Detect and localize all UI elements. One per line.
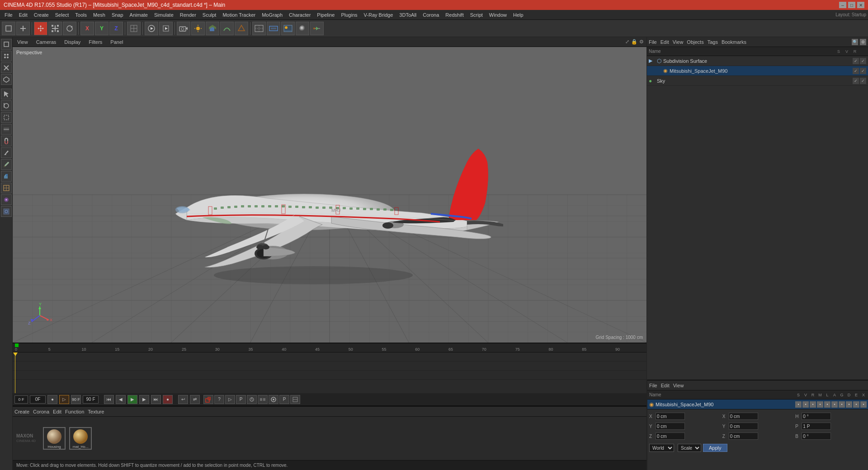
menu-pipeline[interactable]: Pipeline (314, 11, 337, 19)
menu-script[interactable]: Script (467, 11, 486, 19)
attr-x-pos-input[interactable] (656, 413, 685, 420)
attr-flag-g[interactable]: • (839, 401, 845, 408)
attr-h-rot-input[interactable] (802, 413, 831, 420)
obj-menu-tags[interactable]: Tags (708, 39, 718, 45)
obj-sky-vis-render[interactable]: ✓ (860, 78, 866, 84)
attr-flag-v[interactable]: • (802, 401, 809, 408)
attr-z-size-input[interactable] (729, 432, 758, 440)
obj-settings-icon[interactable]: ⚙ (860, 39, 866, 45)
viewport-menu-cameras[interactable]: Cameras (34, 38, 58, 46)
attr-y-size-input[interactable] (729, 423, 758, 430)
attr-x-size-input[interactable] (729, 413, 758, 420)
tl-help-btn[interactable]: ? (214, 395, 224, 404)
tl-keyframe-btn[interactable]: ● (47, 395, 57, 404)
menu-edit[interactable]: Edit (16, 11, 30, 19)
obj-menu-bookmarks[interactable]: Bookmarks (722, 39, 746, 45)
toolbar-scene-btn[interactable] (281, 22, 295, 35)
obj-sky-vis-editor[interactable]: ✓ (853, 78, 859, 84)
toolbar-render-active[interactable] (145, 22, 158, 35)
attr-scale-dropdown[interactable]: Scale (678, 444, 701, 452)
left-btn-points[interactable] (1, 51, 12, 61)
attr-menu-file[interactable]: File (649, 383, 657, 388)
maximize-button[interactable]: □ (848, 2, 855, 8)
attr-flag-d[interactable]: • (846, 401, 852, 408)
left-btn-liveselect[interactable] (1, 100, 12, 111)
toolbar-camera-btn[interactable] (177, 22, 190, 35)
attr-z-pos-input[interactable] (656, 432, 685, 440)
viewport-menu-filters[interactable]: Filters (87, 38, 104, 46)
tl-extra-btn4[interactable]: P (279, 395, 289, 404)
attr-selected-row[interactable]: ◉ Mitsubishi_SpaceJet_M90 • • • • • • • … (647, 400, 868, 409)
tl-loop-btn[interactable]: ↩ (178, 395, 188, 404)
timeline-tracks[interactable] (13, 352, 646, 393)
toolbar-scale-tool[interactable] (48, 22, 62, 35)
left-btn-setpoint[interactable] (1, 194, 12, 205)
tl-bounce-btn[interactable]: ⇌ (190, 395, 200, 404)
attr-flag-r[interactable]: • (810, 401, 816, 408)
toolbar-x-axis[interactable]: X (80, 22, 94, 35)
obj-subdiv-vis-editor[interactable]: ✓ (853, 58, 859, 64)
left-btn-knife[interactable] (1, 147, 12, 158)
tl-extra-btn3[interactable] (269, 395, 278, 404)
minimize-button[interactable]: – (839, 2, 846, 8)
tl-next-frame[interactable]: ▶ (139, 395, 149, 404)
toolbar-nurbs-btn[interactable] (220, 22, 234, 35)
left-btn-poly-edit[interactable] (1, 206, 12, 217)
viewport-maximize[interactable]: ⤢ (625, 39, 629, 45)
toolbar-render-region[interactable] (159, 22, 173, 35)
menu-redshift[interactable]: Redshift (443, 11, 466, 19)
left-btn-rectselect[interactable] (1, 112, 12, 123)
toolbar-primitives-btn[interactable] (206, 22, 219, 35)
obj-spacejet[interactable]: ◉ Mitsubishi_SpaceJet_M90 ✓ ✓ (647, 66, 868, 76)
obj-sky[interactable]: ● Sky ✓ ✓ (647, 76, 868, 86)
menu-motion-tracker[interactable]: Motion Tracker (220, 11, 258, 19)
tl-extra-btn5[interactable] (290, 395, 300, 404)
obj-search-icon[interactable]: 🔍 (852, 39, 858, 45)
attr-y-pos-input[interactable] (656, 423, 685, 430)
left-btn-magnet[interactable] (1, 136, 12, 146)
left-btn-edges[interactable] (1, 62, 12, 73)
attr-world-dropdown[interactable]: World Object (649, 444, 674, 452)
toolbar-add-mode[interactable] (16, 22, 30, 35)
obj-menu-edit[interactable]: Edit (660, 39, 669, 45)
left-btn-extrude[interactable] (1, 171, 12, 182)
material-housing[interactable]: Housing (43, 427, 66, 450)
obj-spacejet-vis-editor[interactable]: ✓ (853, 68, 859, 74)
menu-vray[interactable]: V-Ray Bridge (361, 11, 396, 19)
menu-render[interactable]: Render (177, 11, 199, 19)
menu-sculpt[interactable]: Sculpt (200, 11, 219, 19)
obj-subdiv-vis-render[interactable]: ✓ (860, 58, 866, 64)
toolbar-lights-btn[interactable] (191, 22, 205, 35)
menu-tools[interactable]: Tools (72, 11, 90, 19)
menu-mograph[interactable]: MoGraph (259, 11, 285, 19)
toolbar-animation-btn[interactable] (310, 22, 324, 35)
toolbar-z-axis[interactable]: Z (109, 22, 123, 35)
toolbar-coord[interactable] (127, 22, 141, 35)
left-btn-subdivide[interactable] (1, 183, 12, 193)
tl-pos-btn[interactable]: P (236, 395, 246, 404)
attr-apply-button[interactable]: Apply (703, 444, 727, 452)
attr-menu-view[interactable]: View (673, 383, 684, 388)
attr-menu-edit[interactable]: Edit (661, 383, 670, 388)
attr-flag-l[interactable]: • (824, 401, 830, 408)
frame-input[interactable] (30, 395, 46, 404)
tl-extra-btn1[interactable] (247, 395, 257, 404)
attr-flag-x[interactable]: • (860, 401, 867, 408)
left-btn-brush[interactable] (1, 159, 12, 170)
toolbar-material-btn[interactable] (296, 22, 309, 35)
tl-record[interactable]: ● (163, 395, 173, 404)
attr-flag-a[interactable]: • (831, 401, 838, 408)
obj-menu-view[interactable]: View (673, 39, 684, 45)
menu-corona[interactable]: Corona (420, 11, 442, 19)
menu-file[interactable]: File (2, 11, 15, 19)
toolbar-move-tool[interactable] (34, 22, 47, 35)
viewport-menu-view[interactable]: View (15, 38, 30, 46)
tl-extra-btn2[interactable] (258, 395, 268, 404)
obj-menu-file[interactable]: File (649, 39, 657, 45)
left-btn-object[interactable] (1, 39, 12, 50)
mat-menu-function[interactable]: Function (65, 409, 84, 414)
close-button[interactable]: ✕ (857, 2, 864, 8)
menu-snap[interactable]: Snap (109, 11, 126, 19)
menu-create[interactable]: Create (31, 11, 52, 19)
viewport-settings[interactable]: ⚙ (639, 39, 644, 45)
